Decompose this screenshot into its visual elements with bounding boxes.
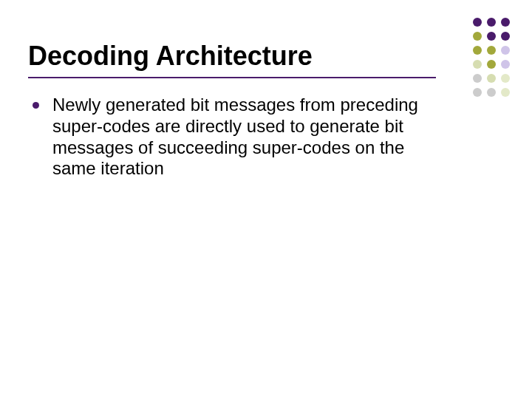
dot-icon bbox=[501, 46, 510, 55]
dot-icon bbox=[487, 74, 496, 83]
dot-icon bbox=[487, 32, 496, 41]
dot-icon bbox=[501, 88, 510, 97]
dot-icon bbox=[501, 32, 510, 41]
dot-icon bbox=[501, 18, 510, 27]
bullet-item: Newly generated bit messages from preced… bbox=[33, 95, 446, 180]
dot-icon bbox=[473, 46, 482, 55]
title-underline bbox=[28, 77, 436, 78]
bullet-icon bbox=[33, 102, 39, 109]
slide-title: Decoding Architecture bbox=[28, 41, 442, 72]
dot-icon bbox=[487, 46, 496, 55]
slide: Decoding Architecture Newly generated bi… bbox=[0, 0, 532, 399]
dot-icon bbox=[473, 88, 482, 97]
decorative-dot-grid bbox=[473, 18, 511, 98]
dot-icon bbox=[473, 74, 482, 83]
dot-icon bbox=[473, 18, 482, 27]
dot-icon bbox=[473, 32, 482, 41]
dot-icon bbox=[473, 60, 482, 69]
bullet-text: Newly generated bit messages from preced… bbox=[52, 95, 446, 180]
dot-icon bbox=[501, 60, 510, 69]
dot-icon bbox=[487, 18, 496, 27]
dot-icon bbox=[501, 74, 510, 83]
body-area: Newly generated bit messages from preced… bbox=[33, 95, 446, 180]
dot-icon bbox=[487, 60, 496, 69]
dot-icon bbox=[487, 88, 496, 97]
title-area: Decoding Architecture bbox=[28, 41, 442, 72]
